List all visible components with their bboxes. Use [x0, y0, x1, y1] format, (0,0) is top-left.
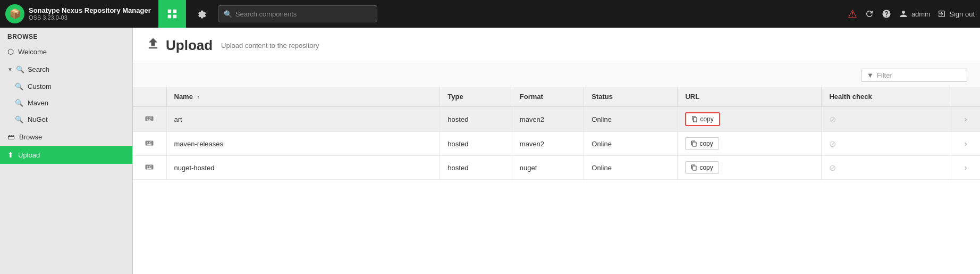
filter-bar: ▼ Filter	[133, 63, 980, 87]
search-nuget-icon: 🔍	[15, 115, 23, 123]
page-title: Upload	[166, 37, 213, 54]
repository-table: Name ↑ Type Format Status URL Health che…	[133, 87, 980, 180]
row-name-nuget-hosted: nuget-hosted	[166, 156, 440, 180]
filter-icon: ▼	[867, 71, 874, 79]
app-version: OSS 3.23.0-03	[29, 14, 151, 21]
table-body: art hosted maven2 Online copy	[133, 106, 980, 180]
help-icon[interactable]	[882, 9, 891, 19]
row-health-maven-releases: ⊘	[822, 132, 951, 156]
health-disabled-icon: ⊘	[829, 163, 836, 172]
row-type-nuget-hosted: hosted	[440, 156, 512, 180]
sidebar-search-label: Search	[28, 65, 49, 73]
col-header-health[interactable]: Health check	[822, 87, 951, 106]
refresh-icon[interactable]	[865, 9, 874, 19]
chevron-down-icon: ▼	[7, 67, 13, 72]
navbar: 📦 Sonatype Nexus Repository Manager OSS …	[0, 0, 980, 28]
svg-rect-2	[167, 15, 171, 18]
row-health-nuget-hosted: ⊘	[822, 156, 951, 180]
sidebar-item-nuget[interactable]: 🔍 NuGet	[0, 111, 132, 128]
sidebar-custom-label: Custom	[28, 82, 52, 90]
copy-button-nuget-hosted[interactable]: copy	[685, 161, 719, 174]
col-header-arrow	[951, 87, 980, 106]
main-layout: Browse ⬡ Welcome ▼ 🔍 Search 🔍 Custom 🔍 M…	[0, 28, 980, 274]
sidebar-item-custom[interactable]: 🔍 Custom	[0, 78, 132, 95]
search-nav-icon: 🔍	[16, 65, 24, 73]
filter-input-container[interactable]: ▼ Filter	[861, 69, 967, 82]
chevron-right-icon[interactable]: ›	[965, 115, 967, 123]
col-header-url[interactable]: URL	[678, 87, 822, 106]
app-title: Sonatype Nexus Repository Manager	[29, 6, 151, 15]
row-name-art: art	[166, 106, 440, 132]
upload-icon: ⬆	[7, 151, 14, 159]
svg-rect-3	[173, 15, 176, 18]
row-status-art: Online	[584, 106, 678, 132]
svg-rect-0	[167, 10, 171, 13]
sort-asc-icon: ↑	[197, 94, 200, 100]
page-subtitle: Upload content to the repository	[221, 41, 319, 49]
row-url-nuget-hosted: copy	[678, 156, 822, 180]
signout-label: Sign out	[949, 10, 975, 18]
sidebar-section-browse: Browse	[0, 28, 132, 43]
health-disabled-icon: ⊘	[829, 139, 836, 148]
sidebar: Browse ⬡ Welcome ▼ 🔍 Search 🔍 Custom 🔍 M…	[0, 28, 133, 274]
row-arrow-art[interactable]: ›	[951, 106, 980, 132]
upload-page-icon	[146, 36, 160, 54]
content-area: Upload Upload content to the repository …	[133, 28, 980, 274]
row-type-art: hosted	[440, 106, 512, 132]
search-custom-icon: 🔍	[15, 82, 23, 90]
col-header-status[interactable]: Status	[584, 87, 678, 106]
row-name-maven-releases: maven-releases	[166, 132, 440, 156]
table-row: maven-releases hosted maven2 Online copy	[133, 132, 980, 156]
chevron-right-icon[interactable]: ›	[965, 139, 967, 148]
sidebar-upload-label: Upload	[18, 151, 40, 159]
row-format-nuget-hosted: nuget	[512, 156, 584, 180]
table-header: Name ↑ Type Format Status URL Health che…	[133, 87, 980, 106]
row-url-maven-releases: copy	[678, 132, 822, 156]
sidebar-item-upload[interactable]: ⬆ Upload	[0, 146, 132, 164]
user-menu[interactable]: admin	[899, 9, 930, 19]
sidebar-item-browse[interactable]: 🗃 Browse	[0, 128, 132, 146]
logo-text: Sonatype Nexus Repository Manager OSS 3.…	[29, 6, 151, 22]
col-header-type[interactable]: Type	[440, 87, 512, 106]
col-header-name[interactable]: Name ↑	[166, 87, 440, 106]
table-row: art hosted maven2 Online copy	[133, 106, 980, 132]
sidebar-item-search[interactable]: ▼ 🔍 Search	[0, 61, 132, 78]
search-maven-icon: 🔍	[15, 99, 23, 107]
browse-nav-button[interactable]	[158, 0, 186, 28]
page-header: Upload Upload content to the repository	[133, 28, 980, 63]
row-status-nuget-hosted: Online	[584, 156, 678, 180]
sidebar-welcome-label: Welcome	[18, 48, 47, 56]
user-name: admin	[911, 10, 930, 18]
row-arrow-nuget-hosted[interactable]: ›	[951, 156, 980, 180]
row-url-art: copy	[678, 106, 822, 132]
row-format-art: maven2	[512, 106, 584, 132]
sidebar-maven-label: Maven	[28, 99, 48, 107]
row-checkbox-maven-releases	[133, 132, 166, 156]
row-checkbox-art	[133, 106, 166, 132]
row-type-maven-releases: hosted	[440, 132, 512, 156]
navbar-right: ⚠ admin Sign out	[848, 7, 975, 20]
sidebar-item-welcome[interactable]: ⬡ Welcome	[0, 43, 132, 61]
sidebar-browse-label: Browse	[19, 133, 42, 141]
logo-icon: 📦	[5, 4, 24, 23]
copy-button-maven-releases[interactable]: copy	[685, 137, 719, 150]
settings-button[interactable]	[191, 3, 213, 24]
browse-icon: 🗃	[7, 132, 15, 141]
row-health-art: ⊘	[822, 106, 951, 132]
signout-button[interactable]: Sign out	[937, 10, 975, 18]
copy-button-art[interactable]: copy	[685, 112, 720, 126]
svg-rect-1	[173, 10, 176, 13]
health-disabled-icon: ⊘	[829, 115, 836, 124]
col-header-format[interactable]: Format	[512, 87, 584, 106]
col-header-checkbox	[133, 87, 166, 106]
row-arrow-maven-releases[interactable]: ›	[951, 132, 980, 156]
search-bar[interactable]: 🔍	[218, 5, 377, 22]
sidebar-item-maven[interactable]: 🔍 Maven	[0, 95, 132, 111]
chevron-right-icon[interactable]: ›	[965, 163, 967, 172]
hexagon-icon: ⬡	[7, 47, 14, 56]
error-icon[interactable]: ⚠	[848, 7, 857, 20]
app-logo: 📦 Sonatype Nexus Repository Manager OSS …	[5, 4, 151, 23]
search-input[interactable]	[235, 10, 371, 18]
sidebar-nuget-label: NuGet	[28, 115, 48, 123]
row-status-maven-releases: Online	[584, 132, 678, 156]
